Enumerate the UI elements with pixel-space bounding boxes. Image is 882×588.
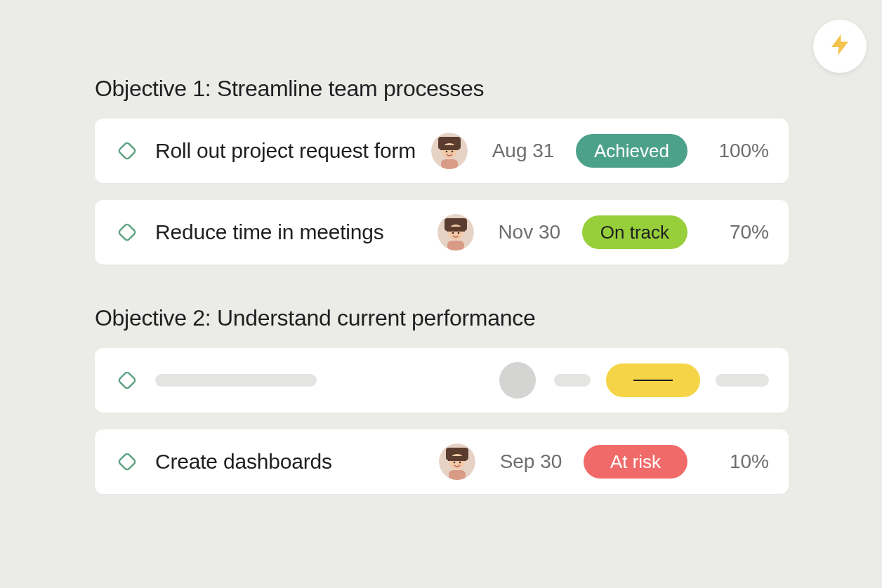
svg-rect-7 [441, 159, 458, 169]
lightning-icon [827, 32, 853, 60]
status-badge[interactable]: Achieved [576, 134, 687, 168]
status-badge[interactable]: At risk [584, 445, 687, 479]
progress-value: 70% [703, 221, 769, 243]
assignee-avatar[interactable] [439, 443, 475, 480]
placeholder-avatar [499, 362, 536, 399]
svg-rect-15 [447, 241, 464, 250]
status-badge[interactable]: On track [582, 215, 687, 249]
svg-point-22 [454, 462, 456, 464]
objectives-list: Objective 1: Streamline team processes R… [95, 76, 789, 511]
key-result-title: Create dashboards [155, 450, 432, 474]
dash-icon [633, 380, 673, 381]
due-date: Aug 31 [480, 140, 566, 162]
svg-point-13 [452, 232, 454, 234]
key-result-title: Roll out project request form [155, 139, 424, 163]
svg-point-14 [457, 232, 459, 234]
diamond-icon [114, 449, 140, 474]
svg-rect-12 [447, 227, 465, 232]
assignee-avatar[interactable] [431, 133, 468, 169]
key-result-row[interactable]: Create dashboards Sep 30 At risk 10% [95, 429, 789, 494]
objective-group: Objective 2: Understand current performa… [95, 305, 789, 494]
placeholder-status-badge [606, 363, 700, 397]
svg-point-6 [452, 151, 454, 153]
progress-value: 100% [703, 140, 769, 162]
svg-point-23 [459, 462, 461, 464]
objective-heading: Objective 1: Streamline team processes [95, 76, 789, 102]
due-date: Nov 30 [487, 221, 572, 243]
placeholder-date [554, 374, 591, 387]
due-date: Sep 30 [488, 450, 574, 473]
svg-rect-21 [448, 456, 466, 461]
placeholder-title [155, 374, 492, 387]
placeholder-progress [716, 374, 769, 387]
key-result-row[interactable]: Reduce time in meetings Nov 30 On track … [95, 200, 789, 265]
progress-value: 10% [703, 450, 769, 473]
svg-rect-24 [449, 470, 466, 480]
svg-rect-16 [118, 371, 136, 389]
svg-rect-8 [118, 223, 136, 241]
svg-rect-0 [118, 142, 136, 159]
svg-point-5 [446, 151, 448, 153]
svg-rect-17 [118, 453, 136, 470]
diamond-icon [114, 368, 140, 393]
diamond-icon [114, 138, 140, 163]
key-result-row-placeholder[interactable] [95, 348, 789, 413]
objective-group: Objective 1: Streamline team processes R… [95, 76, 789, 265]
automation-button[interactable] [813, 20, 867, 73]
key-result-row[interactable]: Roll out project request form Aug 31 Ach… [95, 119, 789, 183]
svg-rect-4 [440, 145, 459, 150]
diamond-icon [114, 220, 140, 245]
assignee-avatar[interactable] [437, 214, 474, 250]
objective-heading: Objective 2: Understand current performa… [95, 305, 789, 331]
key-result-title: Reduce time in meetings [155, 220, 430, 244]
